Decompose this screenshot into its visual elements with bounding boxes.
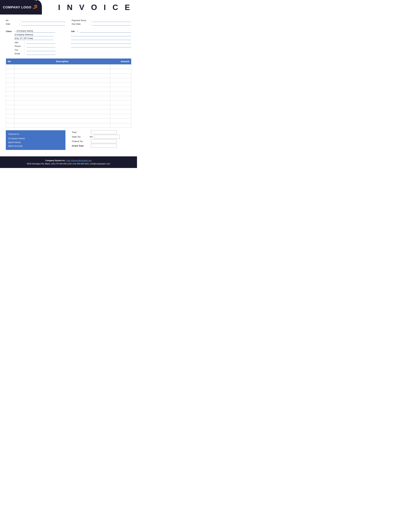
- row-desc[interactable]: [14, 123, 110, 128]
- total-box-grand-total[interactable]: [91, 144, 117, 148]
- footer-company: Company System Inc.: [46, 160, 65, 162]
- client-company-name-value: [Company Name]: [17, 30, 33, 32]
- row-desc[interactable]: [14, 96, 110, 101]
- row-desc[interactable]: [14, 101, 110, 105]
- right-fields: Payment Terms : Due Date :: [72, 19, 131, 26]
- total-box-federal-tax[interactable]: [91, 139, 117, 143]
- table-row: [6, 69, 131, 74]
- payment-terms-input[interactable]: [92, 19, 131, 22]
- row-no[interactable]: [6, 83, 14, 87]
- row-desc[interactable]: [14, 110, 110, 114]
- left-fields: No : Date :: [6, 19, 65, 26]
- table-header-row: No Description Amount: [6, 58, 131, 65]
- row-amount[interactable]: [110, 69, 131, 74]
- row-amount[interactable]: [110, 110, 131, 114]
- total-label-state-tax: State Tax: [72, 136, 90, 138]
- table-row: [6, 92, 131, 96]
- due-date-input[interactable]: [92, 23, 131, 26]
- table-row: [6, 78, 131, 83]
- table-row: [6, 74, 131, 78]
- row-no[interactable]: [6, 74, 14, 78]
- row-no[interactable]: [6, 123, 14, 128]
- client-email-row: Email :: [6, 52, 66, 55]
- row-desc[interactable]: [14, 83, 110, 87]
- row-desc[interactable]: [14, 87, 110, 92]
- job-input-2[interactable]: [71, 33, 131, 36]
- row-amount[interactable]: [110, 123, 131, 128]
- footer-website[interactable]: http://freewordtemplates.net/: [67, 160, 92, 162]
- client-phone-row: Phone :: [6, 45, 66, 48]
- job-area: Job :: [66, 30, 131, 56]
- row-desc[interactable]: [14, 114, 110, 119]
- email-input[interactable]: [27, 52, 56, 55]
- table-row: [6, 110, 131, 114]
- table-row: [6, 105, 131, 110]
- row-no[interactable]: [6, 119, 14, 123]
- bottom-section: Payment to : [Company Name] [Bank Name] …: [0, 128, 137, 150]
- no-input[interactable]: [21, 19, 65, 22]
- logo-text: COMPANY LOGO: [3, 6, 31, 9]
- row-amount[interactable]: [110, 87, 131, 92]
- row-desc[interactable]: [14, 119, 110, 123]
- row-no[interactable]: [6, 92, 14, 96]
- job-colon: :: [77, 30, 78, 33]
- row-no[interactable]: [6, 69, 14, 74]
- table-row: [6, 101, 131, 105]
- row-no[interactable]: [6, 65, 14, 69]
- row-amount[interactable]: [110, 92, 131, 96]
- row-no[interactable]: [6, 96, 14, 101]
- phone-colon: :: [24, 45, 25, 48]
- row-no[interactable]: [6, 78, 14, 83]
- row-desc[interactable]: [14, 65, 110, 69]
- row-amount[interactable]: [110, 65, 131, 69]
- job-input-4[interactable]: [71, 41, 131, 44]
- row-no[interactable]: [6, 87, 14, 92]
- total-box-total[interactable]: [91, 130, 117, 134]
- client-address-input[interactable]: [Company Address]: [15, 33, 53, 36]
- payment-bank: [Bank Name]: [8, 140, 63, 144]
- logo-area: COMPANY LOGO: [0, 0, 42, 15]
- row-no[interactable]: [6, 110, 14, 114]
- row-amount[interactable]: [110, 114, 131, 119]
- job-input-5[interactable]: [71, 45, 131, 48]
- total-label-grand-total: Grand Total: [72, 145, 90, 147]
- client-label: Client: [6, 30, 15, 33]
- footer-line1: Company System Inc. | http://freewordtem…: [2, 159, 135, 162]
- row-amount[interactable]: [110, 105, 131, 110]
- row-desc[interactable]: [14, 69, 110, 74]
- client-city-input[interactable]: [City, ST, ZIP Code]: [15, 37, 53, 40]
- attn-colon: :: [24, 41, 25, 44]
- row-amount[interactable]: [110, 74, 131, 78]
- attn-input[interactable]: [27, 41, 56, 44]
- job-label: Job: [71, 30, 77, 33]
- fax-input[interactable]: [27, 48, 56, 51]
- total-row-total: Total: [72, 130, 131, 134]
- total-row-federal-tax: Federal Tax: [72, 139, 131, 143]
- client-job-section: Client : [Company Name] [Company Address…: [0, 28, 137, 58]
- phone-input[interactable]: [27, 45, 56, 48]
- row-desc[interactable]: [14, 78, 110, 83]
- date-input[interactable]: [21, 23, 65, 26]
- job-input-1[interactable]: [79, 30, 131, 33]
- attn-label: Attn: [15, 41, 24, 44]
- total-box-state-tax[interactable]: [94, 135, 120, 139]
- row-desc[interactable]: [14, 92, 110, 96]
- row-desc[interactable]: [14, 74, 110, 78]
- client-colon: :: [15, 30, 15, 33]
- row-desc[interactable]: [14, 105, 110, 110]
- row-amount[interactable]: [110, 78, 131, 83]
- col-description-header: Description: [14, 58, 110, 65]
- row-amount[interactable]: [110, 101, 131, 105]
- row-no[interactable]: [6, 101, 14, 105]
- row-amount[interactable]: [110, 119, 131, 123]
- job-input-3[interactable]: [71, 37, 131, 40]
- email-colon: :: [24, 52, 25, 55]
- row-no[interactable]: [6, 114, 14, 119]
- row-amount[interactable]: [110, 96, 131, 101]
- client-company-name[interactable]: [Company Name]: [17, 30, 55, 33]
- total-row-state-tax: State Tax 3%: [72, 135, 131, 139]
- row-amount[interactable]: [110, 83, 131, 87]
- job-main-row: Job :: [71, 30, 131, 33]
- row-no[interactable]: [6, 105, 14, 110]
- payment-company: [Company Name]: [8, 137, 63, 140]
